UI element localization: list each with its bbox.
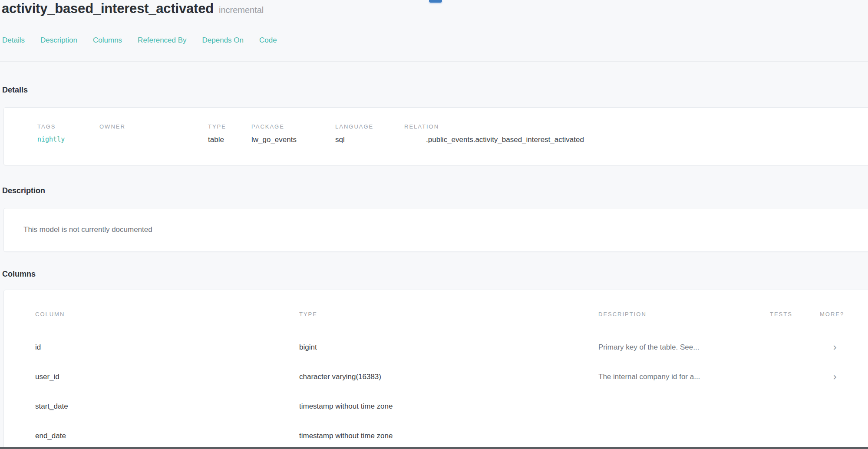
- table-row-user-id[interactable]: user_id character varying(16383) The int…: [35, 362, 868, 392]
- cell-type: timestamp without time zone: [299, 402, 598, 411]
- column-header-type: TYPE: [299, 311, 598, 317]
- field-type: TYPE table: [208, 123, 251, 144]
- table-row-id[interactable]: id bigint Primary key of the table. See.…: [35, 333, 868, 362]
- column-header-description: DESCRIPTION: [598, 311, 770, 317]
- details-fields: TAGS nightly OWNER TYPE table PACKAGE lw…: [4, 108, 868, 144]
- chevron-right-icon: ›: [833, 371, 837, 383]
- field-relation-value: .public_events.activity_based_interest_a…: [404, 135, 868, 144]
- columns-table-header: COLUMN TYPE DESCRIPTION TESTS MORE?: [35, 311, 868, 317]
- field-type-label: TYPE: [208, 123, 251, 130]
- description-text: This model is not currently documented: [4, 208, 868, 234]
- cell-description: The internal company id for a...: [598, 373, 770, 381]
- cell-column: end_date: [35, 432, 299, 440]
- chevron-right-icon: ›: [833, 341, 837, 353]
- cell-column: user_id: [35, 373, 299, 381]
- columns-card: COLUMN TYPE DESCRIPTION TESTS MORE? id b…: [3, 290, 868, 449]
- field-package-label: PACKAGE: [251, 123, 335, 130]
- cell-column: start_date: [35, 402, 299, 411]
- bottom-edge-bar: [0, 447, 868, 449]
- table-row-end-date[interactable]: end_date timestamp without time zone: [35, 421, 868, 449]
- description-section-heading: Description: [2, 186, 45, 195]
- tab-depends-on[interactable]: Depends On: [202, 36, 244, 45]
- column-header-column: COLUMN: [35, 311, 299, 317]
- tag-nightly[interactable]: nightly: [37, 135, 99, 144]
- field-language-value: sql: [335, 135, 404, 144]
- column-header-more: MORE?: [820, 311, 868, 317]
- tab-referenced-by[interactable]: Referenced By: [138, 36, 186, 45]
- field-relation: RELATION .public_events.activity_based_i…: [404, 123, 868, 144]
- page-title: activity_based_interest_activated: [2, 1, 214, 16]
- tab-columns[interactable]: Columns: [93, 36, 122, 45]
- field-owner: OWNER: [99, 123, 208, 144]
- description-card: This model is not currently documented: [3, 208, 868, 252]
- tab-details[interactable]: Details: [2, 36, 25, 45]
- field-tags: TAGS nightly: [37, 123, 99, 144]
- section-nav: Details Description Columns Referenced B…: [2, 36, 277, 45]
- field-language-label: LANGUAGE: [335, 123, 404, 130]
- page-header: activity_based_interest_activatedincreme…: [2, 1, 264, 17]
- columns-table: COLUMN TYPE DESCRIPTION TESTS MORE? id b…: [4, 290, 868, 449]
- field-package: PACKAGE lw_go_events: [251, 123, 335, 144]
- clipped-blue-button-edge: [429, 0, 442, 3]
- cell-type: timestamp without time zone: [299, 432, 598, 440]
- nav-divider: [0, 61, 868, 62]
- field-owner-label: OWNER: [99, 123, 208, 130]
- field-package-value: lw_go_events: [251, 135, 335, 144]
- cell-type: character varying(16383): [299, 373, 598, 381]
- field-tags-label: TAGS: [37, 123, 99, 130]
- cell-description: Primary key of the table. See...: [598, 343, 770, 352]
- model-docs-page: activity_based_interest_activatedincreme…: [0, 0, 868, 449]
- columns-section-heading: Columns: [2, 270, 36, 279]
- details-card: TAGS nightly OWNER TYPE table PACKAGE lw…: [3, 107, 868, 165]
- table-row-start-date[interactable]: start_date timestamp without time zone: [35, 392, 868, 421]
- cell-type: bigint: [299, 343, 598, 352]
- tab-description[interactable]: Description: [40, 36, 77, 45]
- tab-code[interactable]: Code: [259, 36, 277, 45]
- field-owner-value: [99, 135, 208, 144]
- field-language: LANGUAGE sql: [335, 123, 404, 144]
- column-header-tests: TESTS: [770, 311, 820, 317]
- field-relation-label: RELATION: [404, 123, 868, 130]
- details-section-heading: Details: [2, 86, 28, 95]
- field-type-value: table: [208, 135, 251, 144]
- cell-column: id: [35, 343, 299, 352]
- materialization-badge: incremental: [219, 5, 264, 15]
